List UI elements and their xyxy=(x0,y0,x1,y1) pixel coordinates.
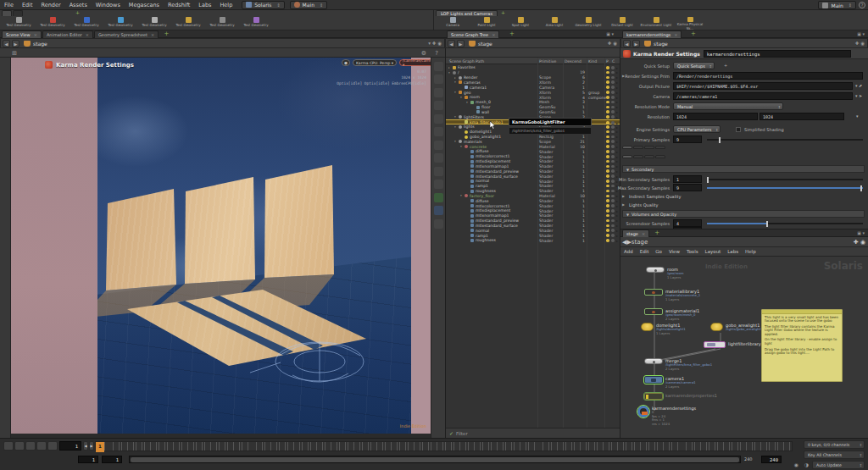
tab[interactable] xyxy=(655,155,665,158)
node-name-field[interactable]: karmarendersettings xyxy=(704,50,851,58)
display-toggle-icon[interactable] xyxy=(434,141,443,150)
current-frame-field[interactable]: 1 xyxy=(59,441,81,451)
current-frame-marker[interactable]: 1 xyxy=(96,442,104,452)
gear-icon[interactable]: ⚙ xyxy=(421,50,426,57)
network-node[interactable]: karmarendersettings 0 fps = 24 fms = 1 r… xyxy=(637,406,696,426)
simplified-shading-checkbox[interactable] xyxy=(736,127,741,132)
display-toggle-icon[interactable] xyxy=(434,219,443,229)
render-settings-prim-field[interactable]: /Render/rendersettings xyxy=(673,72,863,80)
camera-lock-icon[interactable]: ⬢ xyxy=(342,59,350,66)
shelf-tool[interactable]: Geometry Light xyxy=(571,16,605,30)
range-start-field[interactable]: 1 xyxy=(78,456,98,463)
display-toggle-icon[interactable] xyxy=(434,180,443,189)
close-icon[interactable]: × xyxy=(34,32,37,37)
shelf-tab-lop-lights[interactable]: LOP Lights and Cameras xyxy=(436,10,498,16)
resolution-x-field[interactable]: 1024 xyxy=(673,113,758,120)
pane-tab[interactable]: Geometry Spreadsheet× xyxy=(94,30,159,38)
visibility-dot-icon[interactable] xyxy=(606,160,609,163)
display-toggle-icon[interactable] xyxy=(434,101,443,110)
screendoor-field[interactable]: 4 xyxy=(673,219,702,227)
visibility-dot-icon[interactable] xyxy=(606,239,609,242)
visibility-dot-icon[interactable] xyxy=(606,110,609,113)
shelf-tool[interactable]: Test Geometry xyxy=(70,16,103,30)
display-toggle-icon[interactable] xyxy=(434,127,443,136)
max-secondary-slider[interactable] xyxy=(707,187,863,189)
path-text[interactable]: stage xyxy=(632,239,648,246)
visibility-dot-icon[interactable] xyxy=(606,165,609,169)
path-bar-icons[interactable]: ▾ ✚ ◉ xyxy=(428,41,442,46)
activation-dot-icon[interactable] xyxy=(611,209,615,213)
path-text[interactable]: stage xyxy=(478,41,492,47)
shelf-tool[interactable]: Point Light xyxy=(470,16,504,30)
pane-tab-network[interactable]: stage× xyxy=(622,229,649,237)
network-node[interactable]: domelight1 /lights/domelight1 1 Layers xyxy=(641,323,686,335)
display-toggle-icon[interactable] xyxy=(434,193,443,202)
close-icon[interactable]: × xyxy=(642,231,645,236)
collapsed-section[interactable]: Indirect Samples Quality xyxy=(629,194,681,199)
expander-icon[interactable]: ▶ xyxy=(622,194,625,198)
frame-step-back[interactable]: ◀ xyxy=(83,441,88,451)
resolution-mode-dropdown[interactable]: Manual xyxy=(673,102,783,110)
menu-item[interactable]: Windows xyxy=(92,2,125,8)
shelf-add-icon[interactable]: + xyxy=(498,10,508,16)
tab[interactable] xyxy=(622,146,632,149)
transport-button[interactable] xyxy=(36,441,47,451)
back-icon[interactable]: ◀ xyxy=(623,40,631,47)
pane-add-icon[interactable]: + xyxy=(652,229,662,236)
display-toggle-icon[interactable] xyxy=(434,88,443,97)
menu-item[interactable]: Labs xyxy=(724,249,742,254)
section-secondary[interactable]: ▼Secondary xyxy=(622,165,865,173)
snap-grid-icon[interactable]: ⊞ xyxy=(12,50,17,57)
activation-dot-icon[interactable] xyxy=(611,165,615,169)
frame-step-forward[interactable]: ▶ xyxy=(89,441,94,451)
scene-graph-row[interactable]: roughness Shader 1 ▸ xyxy=(446,238,620,243)
range-start-field2[interactable]: 1 xyxy=(102,456,122,463)
menu-item[interactable]: Edit xyxy=(18,2,37,8)
pane-options-icon[interactable]: ▣ ▾ xyxy=(606,31,614,36)
tab[interactable] xyxy=(655,146,665,149)
menu-item[interactable]: Help xyxy=(742,249,760,254)
node-picker-icon[interactable]: ▾ ➤ xyxy=(855,93,862,98)
quick-setups-dropdown[interactable]: Quick Setups xyxy=(673,62,715,69)
network-node[interactable]: room /geo/room 1 Layers xyxy=(646,267,683,279)
back-icon[interactable]: ◀ xyxy=(448,40,455,47)
shelf-tool[interactable]: Camera xyxy=(436,16,470,30)
node-shape[interactable] xyxy=(637,406,649,417)
node-shape[interactable] xyxy=(641,323,654,331)
shelf-tool[interactable]: Spot Light xyxy=(504,16,537,30)
close-icon[interactable]: × xyxy=(492,32,495,37)
node-shape[interactable] xyxy=(644,358,663,364)
forward-icon[interactable]: ▶ xyxy=(457,40,465,47)
activation-dot-icon[interactable] xyxy=(611,214,615,218)
display-toggle-icon[interactable] xyxy=(434,62,443,71)
layout-selector[interactable]: Main ⇕ xyxy=(290,1,328,9)
display-toggle-icon[interactable] xyxy=(434,153,443,163)
menu-item[interactable]: Layout xyxy=(702,249,725,254)
viewport-camera-pill[interactable]: /cameras/camera1 ▾ xyxy=(399,59,431,66)
visibility-dot-icon[interactable] xyxy=(606,155,609,158)
menu-item[interactable]: Redshift xyxy=(164,2,194,8)
activation-dot-icon[interactable] xyxy=(611,204,615,207)
primary-samples-slider[interactable] xyxy=(707,139,863,141)
min-secondary-slider[interactable] xyxy=(707,179,863,180)
menu-item[interactable]: Add xyxy=(620,249,637,254)
keys-channels-button[interactable]: 0 keys, 0/0 channels xyxy=(804,440,865,449)
path-bar-icons[interactable]: ✚ ◉ xyxy=(855,41,865,46)
pane-options-icon[interactable]: ▣ ▾ xyxy=(857,230,865,235)
close-icon[interactable]: × xyxy=(86,32,89,37)
activation-dot-icon[interactable] xyxy=(611,199,615,202)
shelf-tool[interactable]: Test Geometry xyxy=(205,16,239,30)
visibility-dot-icon[interactable] xyxy=(606,209,609,213)
filter-check-icon[interactable]: ✓ xyxy=(449,430,453,436)
pane-tab-karmarendersettings[interactable]: karmarendersettings× xyxy=(622,30,682,38)
cook-icon[interactable]: ◑ xyxy=(804,462,809,467)
chevron-down-icon[interactable]: ▾ xyxy=(856,113,859,119)
pane-tab[interactable]: Scene View× xyxy=(2,30,42,38)
visibility-dot-icon[interactable] xyxy=(606,195,609,198)
menu-item[interactable]: Go xyxy=(652,249,665,254)
menu-item[interactable]: Labs xyxy=(194,2,215,8)
close-icon[interactable]: × xyxy=(674,32,677,37)
pane-options-icon[interactable]: ▣ ▾ xyxy=(857,31,865,36)
network-node[interactable]: gobo_arealight1 /lights/gobo_arealight1 xyxy=(710,323,763,332)
visibility-dot-icon[interactable] xyxy=(606,145,609,148)
